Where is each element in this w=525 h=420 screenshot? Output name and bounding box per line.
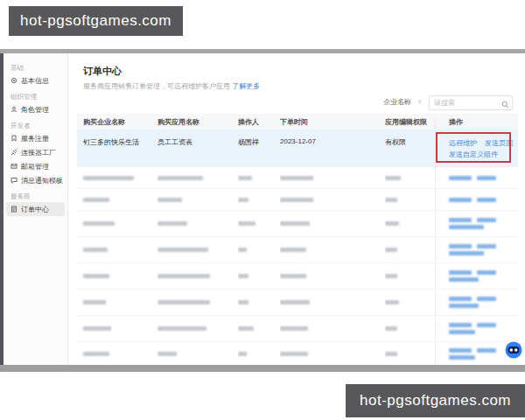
orders-table: 购买企业名称 购买应用名称 操作人 下单时间 应用编辑权限 操作 钉三多的快乐生…: [77, 114, 518, 365]
sidebar-item-role-mgmt[interactable]: 角色管理: [4, 102, 67, 116]
search-input[interactable]: [429, 95, 513, 110]
chat-bubble-icon: [10, 177, 18, 184]
send-custom-component-link[interactable]: 发送自定义组件: [449, 150, 498, 158]
main-content: 订单中心 服务商应用销售订单管理，可远程维护客户应用 了解更多 企业名称 ∨: [68, 53, 525, 372]
header-app: 购买应用名称: [158, 114, 238, 130]
sidebar-item-label: 服务注册: [21, 134, 49, 144]
sidebar-item-label: 基本信息: [21, 76, 49, 86]
table-row-redacted: [77, 236, 518, 262]
page-subtitle: 服务商应用销售订单管理，可远程维护客户应用 了解更多: [83, 81, 525, 91]
learn-more-link[interactable]: 了解更多: [232, 82, 260, 90]
sidebar-item-label: 连接器工厂: [21, 148, 56, 158]
assistant-robot-button[interactable]: [504, 340, 523, 360]
sidebar-item-label: 订单中心: [21, 205, 49, 214]
company-name-select[interactable]: 企业名称 ∨: [383, 97, 422, 107]
horizontal-scrollbar[interactable]: [0, 365, 525, 372]
header-actions: 操作: [435, 114, 518, 130]
mail-icon: [10, 163, 18, 170]
sidebar-item-service-register[interactable]: 服务注册: [4, 131, 67, 145]
sidebar-item-message-template[interactable]: 消息通知模板: [4, 173, 67, 187]
watermark-bottom: hot-pgsoftgames.com: [346, 384, 525, 417]
send-page-link[interactable]: 发送页面: [485, 139, 513, 147]
redacted-action-links[interactable]: [435, 167, 518, 188]
header-operator: 操作人: [238, 114, 280, 130]
bookmark-icon: [10, 135, 18, 142]
header-edit-permission: 应用编辑权限: [385, 114, 435, 130]
table-row: 钉三多的快乐生活 员工工资表 杨国祥 2023-12-07 有权限 远程维护发送…: [77, 130, 518, 166]
cell-order-time: 2023-12-07: [280, 130, 385, 166]
redacted-action-links[interactable]: [435, 237, 518, 262]
table-row-redacted: [77, 315, 518, 341]
table-row-redacted: [77, 262, 518, 289]
header-company: 购买企业名称: [77, 114, 158, 130]
sidebar-item-mail-mgmt[interactable]: 邮箱管理: [4, 159, 67, 173]
table-header-row: 购买企业名称 购买应用名称 操作人 下单时间 应用编辑权限 操作: [77, 114, 518, 130]
sidebar-section-developer: 开发者: [4, 116, 67, 131]
header-order-time: 下单时间: [280, 114, 385, 130]
plug-icon: [10, 149, 18, 156]
cell-operator: 杨国祥: [238, 130, 280, 166]
sidebar-item-connector-factory[interactable]: 连接器工厂: [4, 145, 67, 159]
table-row-redacted: [77, 341, 518, 365]
table-row-redacted: [77, 188, 518, 210]
redacted-action-links[interactable]: [435, 316, 518, 341]
sidebar-section-provider: 服务商: [4, 187, 67, 202]
redacted-action-links[interactable]: [435, 189, 518, 210]
sidebar-item-basic-info[interactable]: 基本信息: [4, 74, 67, 88]
sidebar-section-basic: 基础: [4, 59, 67, 74]
redacted-action-links[interactable]: [435, 211, 518, 236]
table-row-redacted: [77, 289, 518, 315]
chevron-down-icon: ∨: [417, 98, 422, 105]
cell-edit-permission: 有权限: [385, 130, 435, 166]
table-row-redacted: [77, 166, 518, 188]
table-row-redacted: [77, 210, 518, 236]
sidebar-item-label: 邮箱管理: [21, 162, 49, 172]
gear-icon: [10, 77, 18, 84]
redacted-action-links[interactable]: [435, 290, 518, 315]
filter-bar: 企业名称 ∨: [383, 93, 513, 110]
sidebar-item-order-center[interactable]: 订单中心: [6, 202, 65, 216]
sidebar-item-label: 消息通知模板: [21, 176, 63, 186]
sidebar: 基础 基本信息 组织管理 角色管理 开发者 服务注册: [4, 53, 68, 372]
cell-company: 钉三多的快乐生活: [77, 130, 158, 166]
cell-actions: 远程维护发送页面 发送自定义组件: [435, 130, 518, 166]
page-title: 订单中心: [83, 65, 525, 78]
sidebar-item-label: 角色管理: [21, 105, 49, 115]
app-window: 基础 基本信息 组织管理 角色管理 开发者 服务注册: [0, 49, 525, 372]
page-subtitle-text: 服务商应用销售订单管理，可远程维护客户应用: [83, 82, 230, 90]
watermark-top: hot-pgsoftgames.com: [9, 6, 183, 36]
remote-maintain-link[interactable]: 远程维护: [449, 139, 477, 147]
user-icon: [10, 106, 18, 113]
redacted-action-links[interactable]: [435, 263, 518, 289]
order-receipt-icon: [10, 206, 18, 213]
cell-app: 员工工资表: [158, 130, 238, 166]
search-icon[interactable]: [501, 96, 509, 112]
company-name-select-value: 企业名称: [383, 97, 411, 107]
sidebar-section-org: 组织管理: [4, 88, 67, 102]
